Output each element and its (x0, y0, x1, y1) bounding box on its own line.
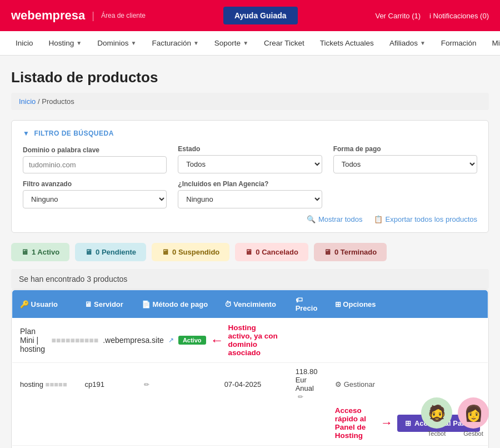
gesbot-avatar: 👩 (458, 397, 489, 429)
col-usuario: 🔑 Usuario (12, 290, 77, 318)
forma-pago-select[interactable]: Todos (333, 155, 477, 173)
estado-select[interactable]: Todos (178, 155, 322, 173)
breadcrumb-current: Productos (42, 97, 74, 106)
badge-active[interactable]: 🖥 1 Activo (11, 243, 69, 261)
products-table: 🔑 Usuario 🖥 Servidor 📄 Método de pago ⏱ … (12, 290, 488, 448)
cell-user: hosting ■■■■■ (12, 363, 77, 406)
main-content: Listado de productos Inicio / Productos … (0, 56, 500, 448)
area-label: Área de cliente (101, 12, 146, 19)
show-all-btn[interactable]: 🔍 Mostrar todos (307, 215, 362, 223)
product-domain: .webempresa.site (103, 336, 164, 345)
gesbot-label: Gesbot (463, 430, 483, 437)
product-header-row: Plan Mini | hosting ■■■■■■■■■■ .webempre… (12, 318, 488, 363)
nav-tickets-actuales[interactable]: Tickets Actuales (313, 32, 381, 54)
annotation2-text: Acceso rápido al Panel de Hosting (335, 406, 376, 440)
nav-hosting[interactable]: Hosting ▼ (42, 32, 89, 54)
external-link-icon[interactable]: ↗ (168, 336, 174, 344)
tecbot-avatar: 🧔 (421, 397, 452, 429)
cell-precio: 118.80 Eur Anual ✏ (288, 363, 327, 406)
server-icon: 🖥 (21, 248, 28, 256)
filtro-avanzado-label: Filtro avanzado (23, 180, 167, 188)
nav-formacion[interactable]: Formación (434, 32, 483, 54)
tecbot[interactable]: 🧔 Tecbot (421, 397, 452, 437)
product-name-wrap: Plan Mini | hosting ■■■■■■■■■■ .webempre… (20, 323, 280, 357)
product-domain-mask: ■■■■■■■■■■ (52, 336, 99, 345)
chevron-down-icon: ▼ (131, 40, 136, 46)
nav-soporte[interactable]: Soporte ▼ (208, 32, 255, 54)
annotation1: ← Hosting activo, ya con dominio asociad… (211, 323, 280, 357)
nav-inicio[interactable]: Inicio (9, 32, 40, 54)
doc-icon: 📄 (142, 300, 151, 308)
col-servidor: 🖥 Servidor (77, 290, 133, 318)
gesbot[interactable]: 👩 Gesbot (458, 397, 489, 437)
help-button[interactable]: Ayuda Guiada (223, 7, 298, 24)
product-data-row: hosting ■■■■■ cp191 ✏ 07-04-2025 118.80 … (12, 363, 488, 406)
badge-suspended[interactable]: 🖥 0 Suspendido (152, 243, 229, 261)
filter-avanzado-group: Filtro avanzado Ninguno (23, 180, 167, 208)
nav-facturacion[interactable]: Facturación ▼ (145, 32, 205, 54)
header: webempresa | Área de cliente Ayuda Guiad… (0, 0, 500, 31)
clock-icon: ⏱ (224, 300, 232, 308)
domain-label: Dominio o palabra clave (23, 146, 167, 154)
server-icon: 🖥 (245, 248, 252, 256)
header-right: Ver Carrito (1) i Notificaciones (0) (375, 12, 489, 20)
chatbots: 🧔 Tecbot 👩 Gesbot (421, 397, 489, 437)
chevron-down-icon: ▼ (76, 40, 82, 46)
arrow-right-icon: → (381, 416, 393, 430)
col-precio: 🏷 Precio (288, 290, 327, 318)
filter-actions: 🔍 Mostrar todos 📋 Exportar todos los pro… (23, 215, 477, 223)
actions-cell: → Traspasar ↕ Ampliar/Reducir servicio 🔒… (12, 446, 488, 449)
notifications-link[interactable]: i Notificaciones (0) (429, 12, 489, 20)
filter-icon: ▼ (23, 130, 29, 137)
table-body: Plan Mini | hosting ■■■■■■■■■■ .webempre… (12, 318, 488, 448)
precio-edit-icon[interactable]: ✏ (298, 393, 303, 401)
tag-icon: 🏷 (296, 296, 303, 304)
nav-mi-cuenta[interactable]: Mi Cuenta ▼ (486, 32, 500, 54)
cell-metodo-pago: ✏ (134, 363, 217, 406)
nav-dominios[interactable]: Dominios ▼ (91, 32, 143, 54)
arrow-left-icon: ← (211, 332, 224, 348)
logo-area: webempresa | Área de cliente (11, 8, 146, 23)
breadcrumb: Inicio / Productos (11, 93, 489, 110)
logo-divider: | (92, 10, 94, 22)
tecbot-label: Tecbot (428, 430, 446, 437)
filter-plan-agencia-group: ¿Incluidos en Plan Agencia? Ninguno (178, 180, 322, 208)
server-icon: 🖥 (84, 300, 92, 308)
filter-estado-group: Estado Todos (178, 145, 322, 173)
gestionar-button[interactable]: ⚙ Gestionar (335, 380, 375, 389)
grid-icon: ⊞ (335, 300, 341, 308)
gear-icon: ⚙ (335, 380, 342, 389)
plan-agencia-select[interactable]: Ninguno (178, 190, 322, 208)
filter-forma-pago-group: Forma de pago Todos (333, 145, 477, 173)
product-status-badge: Activo (178, 336, 206, 345)
badge-pending[interactable]: 🖥 0 Pendiente (75, 243, 146, 261)
estado-label: Estado (178, 145, 322, 153)
domain-input[interactable] (23, 156, 167, 173)
filter-box: ▼ FILTRO DE BÚSQUEDA Dominio o palabra c… (11, 120, 489, 233)
chevron-down-icon: ▼ (420, 40, 426, 46)
nav-crear-ticket[interactable]: Crear Ticket (257, 32, 311, 54)
col-vencimiento: ⏱ Vencimiento (217, 290, 288, 318)
badge-cancelled[interactable]: 🖥 0 Cancelado (235, 243, 308, 261)
server-icon: 🖥 (85, 248, 92, 256)
breadcrumb-home[interactable]: Inicio (19, 97, 36, 106)
forma-pago-label: Forma de pago (333, 145, 477, 153)
cart-link[interactable]: Ver Carrito (1) (375, 12, 421, 20)
actions-row: → Traspasar ↕ Ampliar/Reducir servicio 🔒… (12, 446, 488, 449)
col-opciones: ⊞ Opciones (327, 290, 488, 318)
server-icon: 🖥 (162, 248, 169, 256)
cell-vencimiento: 07-04-2025 (217, 363, 288, 406)
nav-afiliados[interactable]: Afiliados ▼ (383, 32, 432, 54)
page-title: Listado de productos (11, 69, 489, 86)
badge-terminated[interactable]: 🖥 0 Terminado (314, 243, 387, 261)
table-header: 🔑 Usuario 🖥 Servidor 📄 Método de pago ⏱ … (12, 290, 488, 318)
annotation1-text: Hosting activo, ya con dominio asociado (228, 323, 280, 357)
found-text: Se han encontrado 3 productos (11, 269, 489, 289)
filter-row-2: Filtro avanzado Ninguno ¿Incluidos en Pl… (23, 180, 477, 208)
filtro-avanzado-select[interactable]: Ninguno (23, 190, 167, 208)
plan-agencia-label: ¿Incluidos en Plan Agencia? (178, 180, 322, 188)
edit-icon[interactable]: ✏ (144, 381, 149, 389)
export-btn[interactable]: 📋 Exportar todos los productos (374, 215, 477, 223)
products-table-wrapper: 🔑 Usuario 🖥 Servidor 📄 Método de pago ⏱ … (11, 289, 489, 448)
cell-server: cp191 (77, 363, 133, 406)
